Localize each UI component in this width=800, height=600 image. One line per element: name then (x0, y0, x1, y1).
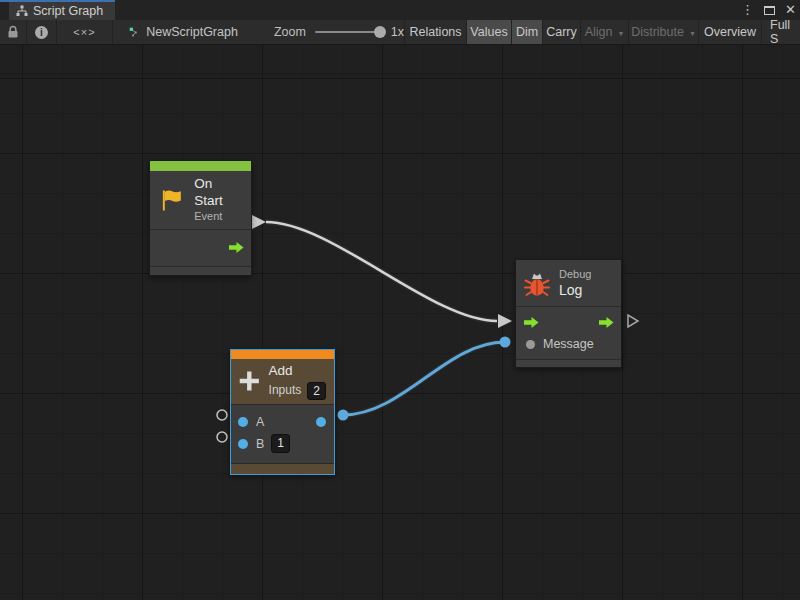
graph-asset-icon (129, 25, 139, 39)
values-toggle[interactable]: Values (467, 20, 512, 44)
node-add[interactable]: Add Inputs 2 A B 1 (230, 349, 335, 475)
port-label: Message (543, 337, 594, 351)
distribute-dropdown[interactable]: Distribute ▼ (629, 20, 699, 44)
kebab-menu-icon[interactable]: ⋮ (741, 0, 754, 20)
value-wire-source-dot[interactable] (338, 410, 349, 421)
window-titlebar: Script Graph ⋮ ✕ (0, 0, 800, 20)
zoom-label: Zoom (274, 25, 306, 39)
tab-script-graph[interactable]: Script Graph (9, 2, 115, 20)
dim-toggle[interactable]: Dim (512, 20, 543, 44)
node-title: Log (559, 282, 591, 300)
node-footer (150, 266, 251, 275)
graph-name[interactable]: NewScriptGraph (146, 25, 238, 39)
node-title: On Start (194, 176, 243, 210)
unconnected-flow-triangle[interactable] (628, 315, 638, 327)
value-output-port[interactable] (316, 417, 326, 427)
code-icon: <×> (73, 26, 95, 38)
message-input-row: Message (516, 333, 621, 355)
carry-toggle[interactable]: Carry (543, 20, 581, 44)
node-title: Add (269, 363, 326, 380)
full-screen-button[interactable]: Full S (762, 20, 800, 44)
node-subtitle: Event (194, 210, 243, 224)
zoom-slider[interactable] (315, 25, 384, 39)
port-label: B (256, 437, 264, 451)
flow-row (516, 311, 621, 333)
zoom-slider-handle[interactable] (374, 26, 386, 38)
lock-button[interactable] (0, 20, 27, 44)
unconnected-port-circle[interactable] (217, 432, 227, 442)
flow-wire-target-arrowhead[interactable] (498, 314, 512, 328)
node-footer (516, 359, 621, 367)
relations-toggle[interactable]: Relations (405, 20, 467, 44)
chevron-down-icon: ▼ (689, 28, 696, 37)
port-b-value-field[interactable]: 1 (271, 434, 290, 453)
flow-input-port[interactable] (523, 317, 539, 328)
lock-icon (7, 25, 19, 39)
close-icon[interactable]: ✕ (785, 0, 796, 20)
event-header-bar (150, 161, 251, 171)
edit-source-button[interactable]: <×> (57, 20, 113, 44)
input-count-field[interactable]: 2 (307, 382, 326, 400)
node-debug-log[interactable]: Debug Log Message (515, 259, 622, 368)
value-wire[interactable] (343, 342, 505, 415)
port-row-b: B 1 (231, 433, 334, 455)
value-wire-target-dot[interactable] (500, 337, 511, 348)
graph-toolbar: i <×> NewScriptGraph Zoom 1x Relations V… (0, 20, 800, 45)
plus-icon (239, 367, 260, 395)
bug-icon (524, 270, 550, 298)
flow-output-row (150, 234, 251, 262)
node-category: Debug (559, 268, 591, 282)
script-graph-icon (16, 5, 28, 17)
flag-icon (158, 187, 185, 213)
port-row-a: A (231, 411, 334, 433)
info-button[interactable]: i (27, 20, 57, 44)
flow-output-port[interactable] (228, 242, 244, 253)
overview-button[interactable]: Overview (699, 20, 762, 44)
zoom-value: 1x (391, 25, 404, 39)
align-dropdown[interactable]: Align ▼ (581, 20, 629, 44)
port-label: A (256, 415, 264, 429)
node-subtitle: Inputs (269, 383, 302, 398)
add-header-bar (231, 350, 334, 359)
info-icon: i (35, 26, 48, 39)
maximize-icon[interactable] (764, 6, 775, 15)
node-footer (231, 463, 334, 474)
message-input-port[interactable] (526, 340, 535, 349)
node-on-start[interactable]: On Start Event (149, 160, 252, 276)
value-input-port-b[interactable] (238, 439, 248, 449)
value-input-port-a[interactable] (238, 417, 248, 427)
flow-output-port[interactable] (598, 317, 614, 328)
unconnected-port-circle[interactable] (217, 410, 227, 420)
flow-wire[interactable] (266, 222, 497, 321)
connections-layer (0, 45, 800, 600)
chevron-down-icon: ▼ (617, 28, 624, 37)
tab-title: Script Graph (33, 4, 103, 18)
graph-canvas[interactable]: On Start Event Debug Log (0, 45, 800, 600)
flow-wire-source-arrowhead[interactable] (252, 215, 266, 229)
